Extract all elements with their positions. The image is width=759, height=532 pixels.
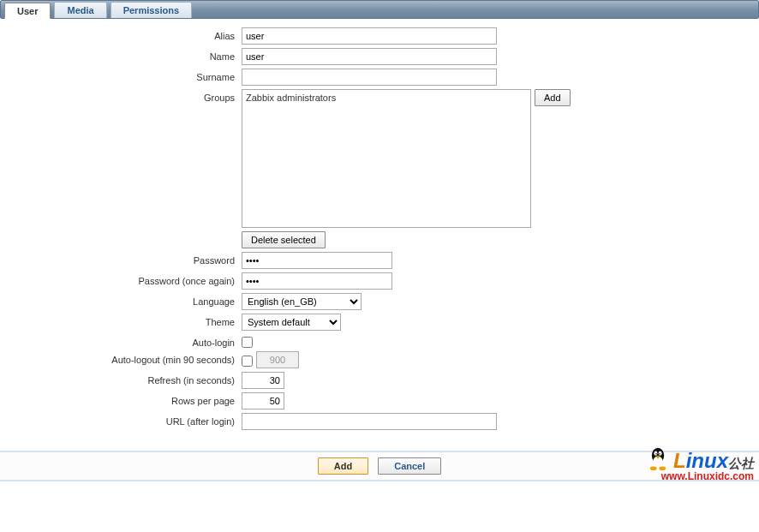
label-rows: Rows per page [0,392,242,406]
svg-point-7 [659,466,666,470]
label-refresh: Refresh (in seconds) [0,372,242,386]
tab-permissions[interactable]: Permissions [111,2,192,18]
auto-login-checkbox[interactable] [242,337,253,348]
password-again-input[interactable] [242,272,392,290]
language-select[interactable]: English (en_GB) [242,293,362,310]
label-auto-login: Auto-login [0,334,242,348]
label-name: Name [0,48,242,62]
alias-input[interactable] [242,27,497,45]
label-password-again: Password (once again) [0,272,242,286]
label-auto-logout: Auto-logout (min 90 seconds) [0,351,242,365]
tab-media[interactable]: Media [54,2,106,18]
auto-logout-checkbox[interactable] [242,356,253,367]
password-input[interactable] [242,252,392,269]
url-after-login-input[interactable] [242,413,497,430]
svg-point-4 [655,453,657,455]
tux-icon [647,445,669,471]
groups-option[interactable]: Zabbix administrators [246,92,527,104]
rows-per-page-input[interactable] [242,392,284,409]
theme-select[interactable]: System default [242,314,341,331]
watermark: Linux公社 www.Linuxidc.com [647,445,754,481]
groups-listbox[interactable]: Zabbix administrators [242,89,531,228]
tab-user[interactable]: User [4,3,51,19]
refresh-input[interactable] [242,372,284,389]
label-password: Password [0,252,242,266]
label-theme: Theme [0,314,242,327]
svg-point-3 [659,451,662,456]
watermark-brand: Linux公社 [673,459,754,469]
watermark-url: www.Linuxidc.com [661,470,754,481]
surname-input[interactable] [242,69,497,86]
footer-bar: Add Cancel Linux公社 www.Linuxidc.com [0,451,759,481]
svg-point-5 [659,453,660,455]
add-group-button[interactable]: Add [535,89,571,106]
add-button[interactable]: Add [318,457,368,475]
auto-logout-input [256,351,299,368]
name-input[interactable] [242,48,497,65]
label-url: URL (after login) [0,413,242,427]
label-language: Language [0,293,242,307]
delete-selected-button[interactable]: Delete selected [242,231,326,248]
cancel-button[interactable]: Cancel [378,457,441,475]
user-form: Alias Name Surname Groups Zabbix adminis… [0,19,759,442]
label-alias: Alias [0,27,242,41]
label-groups: Groups [0,89,242,103]
label-surname: Surname [0,69,242,82]
tab-bar: User Media Permissions [0,0,759,19]
svg-point-6 [650,466,657,470]
svg-point-2 [654,451,657,456]
